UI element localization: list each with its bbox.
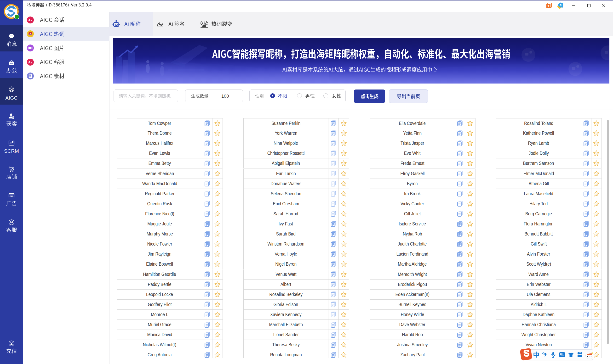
svg-text:Ai: Ai xyxy=(559,4,562,7)
svg-text:T: T xyxy=(548,4,549,8)
